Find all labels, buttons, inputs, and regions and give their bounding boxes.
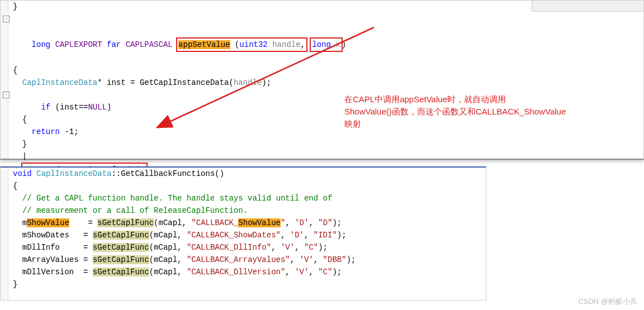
annotation-line3: 映射 bbox=[344, 118, 566, 130]
kw-void: void bbox=[13, 169, 32, 178]
cb-prefix: CALLBACK_ bbox=[196, 218, 239, 227]
code-panel-top: } - long CAPLEXPORT far CAPLPASCAL appSe… bbox=[0, 0, 644, 160]
code-line[interactable]: { bbox=[11, 64, 643, 77]
expr-op: == bbox=[79, 103, 88, 112]
func-sgetcaplfunc: sGetCaplFunc bbox=[93, 243, 149, 252]
expr-inst: inst bbox=[60, 103, 79, 112]
func-sgetcaplfunc: sGetCaplFunc bbox=[93, 268, 149, 276]
char-arg: 'V' bbox=[300, 255, 314, 264]
code-line[interactable]: mArrayValues = sGetCaplFunc(mCapl, "CALL… bbox=[11, 254, 486, 266]
code-line[interactable]: CaplInstanceData* inst = GetCaplInstance… bbox=[11, 77, 643, 89]
collapse-icon[interactable]: - bbox=[3, 16, 10, 22]
func-getcaplinstancedata: GetCaplInstanceData bbox=[140, 78, 229, 87]
kw-long: long bbox=[32, 40, 51, 49]
fname-getcallbackfunctions: GetCallbackFunctions bbox=[121, 169, 215, 178]
code-line[interactable]: // Get a CAPL function handle. The handl… bbox=[11, 192, 486, 204]
brace: { bbox=[13, 182, 17, 190]
macro-caplpascal: CAPLPASCAL bbox=[126, 40, 173, 49]
arg-mcapl: mCapl bbox=[154, 255, 177, 264]
func-sgetcaplfunc: sGetCaplFunc bbox=[93, 231, 149, 240]
type-uint32: uint32 bbox=[239, 40, 267, 49]
arg-mcapl: mCapl bbox=[154, 268, 177, 276]
fname-appsetvalue: appSetValue bbox=[178, 40, 230, 49]
collapse-icon[interactable]: - bbox=[3, 92, 10, 98]
arg-handle: handle bbox=[234, 78, 262, 87]
ptr: * bbox=[97, 78, 102, 87]
brace: } bbox=[22, 140, 27, 149]
str-arg: "DBB" bbox=[323, 255, 347, 264]
func-sgetcaplfunc: sGetCaplFunc bbox=[97, 218, 154, 227]
eq: = bbox=[130, 78, 135, 87]
kw-if: if bbox=[41, 103, 50, 112]
expr-null: NULL bbox=[88, 103, 107, 112]
code-line[interactable]: { bbox=[11, 180, 486, 192]
char-arg: 'V' bbox=[281, 243, 295, 252]
code-line[interactable]: void CaplInstanceData::GetCallbackFuncti… bbox=[11, 168, 486, 180]
annotation-text: 在CAPL中调用appSetValue时，就自动调用 ShowValue()函数… bbox=[344, 93, 566, 130]
code-line[interactable]: | bbox=[11, 150, 643, 163]
annotation-line2: ShowValue()函数，而这个函数又和CALLBACK_ShowValue bbox=[344, 106, 566, 118]
brace: } bbox=[13, 280, 17, 289]
code-panel-bottom: void CaplInstanceData::GetCallbackFuncti… bbox=[0, 166, 486, 301]
char-arg: 'D' bbox=[295, 218, 309, 227]
code-line[interactable]: } bbox=[11, 1, 643, 13]
cb-dllversion: CALLBACK_DllVersion bbox=[191, 268, 281, 276]
var-prefix: m bbox=[22, 218, 27, 227]
brace: } bbox=[13, 2, 17, 11]
scope-op: :: bbox=[111, 169, 121, 178]
code-line[interactable]: mDllInfo = sGetCaplFunc(mCapl, "CALLBACK… bbox=[11, 241, 486, 254]
var-showvalue-hl: ShowValue bbox=[27, 218, 69, 227]
var-marrayvalues: mArrayValues bbox=[22, 255, 79, 264]
var-inst: inst bbox=[107, 78, 126, 87]
str-arg: "C" bbox=[318, 268, 332, 276]
brace: { bbox=[13, 66, 17, 75]
func-sgetcaplfunc: sGetCaplFunc bbox=[93, 255, 149, 264]
highlight-fname-box: appSetValue (uint32 handle, bbox=[176, 37, 307, 52]
var-mdllversion: mDllVersion bbox=[22, 268, 74, 276]
cb-showdates: CALLBACK_ShowDates bbox=[191, 231, 276, 240]
str-arg: "D" bbox=[318, 218, 332, 227]
arg-mcapl: mCapl bbox=[154, 243, 177, 252]
cb-dllinfo: CALLBACK_DllInfo bbox=[191, 243, 266, 252]
gutter-top bbox=[1, 1, 8, 159]
param-handle: handle bbox=[272, 40, 300, 49]
comment-line2: // measurement or a call of ReleaseCaplF… bbox=[22, 206, 248, 215]
code-line[interactable]: mDllVersion = sGetCaplFunc(mCapl, "CALLB… bbox=[11, 266, 486, 278]
gutter-bottom bbox=[1, 168, 8, 300]
comment-line1: // Get a CAPL function handle. The handl… bbox=[22, 194, 333, 203]
str-arg: "IDI" bbox=[314, 231, 337, 240]
type-caplinstancedata: CaplInstanceData bbox=[36, 169, 111, 178]
param-x: x bbox=[335, 40, 340, 49]
var-mdllinfo: mDllInfo bbox=[22, 243, 60, 252]
char-arg: 'V' bbox=[295, 268, 309, 276]
kw-return: return bbox=[32, 127, 60, 136]
type-caplinstancedata: CaplInstanceData bbox=[22, 78, 97, 87]
watermark: CSDN @蚂蚁小兵 bbox=[578, 297, 637, 307]
cb-arrayvalues: CALLBACK_ArrayValues bbox=[191, 255, 285, 264]
macro-caplexport: CAPLEXPORT bbox=[55, 40, 102, 49]
cursor: | bbox=[22, 152, 27, 161]
val-neg1: -1 bbox=[64, 127, 74, 136]
cb-showvalue-hl: ShowValue bbox=[238, 218, 281, 227]
annotation-line1: 在CAPL中调用appSetValue时，就自动调用 bbox=[344, 93, 566, 106]
char-arg: 'D' bbox=[290, 231, 304, 240]
arg-mcapl: mCapl bbox=[154, 231, 177, 240]
code-line[interactable]: } bbox=[11, 138, 643, 150]
code-line[interactable]: // measurement or a call of ReleaseCaplF… bbox=[11, 204, 486, 217]
str-arg: "C" bbox=[304, 243, 318, 252]
code-line[interactable]: mShowDates = sGetCaplFunc(mCapl, "CALLBA… bbox=[11, 229, 486, 241]
kw-far: far bbox=[107, 40, 121, 49]
code-line[interactable]: } bbox=[11, 278, 486, 290]
code-line[interactable]: mShowValue = sGetCaplFunc(mCapl, "CALLBA… bbox=[11, 217, 486, 229]
type-long: long bbox=[312, 40, 331, 49]
highlight-param-box: long x bbox=[310, 37, 342, 52]
code-line[interactable]: - long CAPLEXPORT far CAPLPASCAL appSetV… bbox=[11, 13, 643, 64]
arg-mcapl: mCapl bbox=[159, 218, 182, 227]
var-mshowdates: mShowDates bbox=[22, 231, 69, 240]
brace: { bbox=[22, 115, 27, 124]
